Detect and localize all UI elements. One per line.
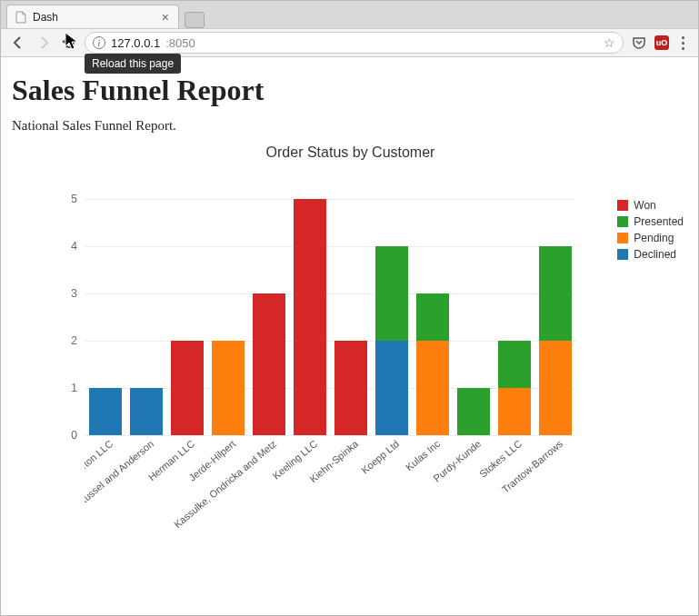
chart-bar-segment[interactable] — [171, 341, 204, 435]
chart-bar[interactable] — [166, 341, 207, 435]
chart-y-tick: 4 — [71, 240, 85, 253]
page-subtext: National Sales Funnel Report. — [12, 118, 687, 134]
chart-bar[interactable] — [289, 199, 330, 435]
tab-strip: Dash × — [1, 1, 698, 28]
chart-bar[interactable] — [494, 341, 534, 435]
reload-tooltip: Reload this page — [85, 54, 181, 74]
legend-swatch-icon — [617, 249, 628, 260]
site-info-icon[interactable]: i — [93, 36, 105, 49]
chart-title: Order Status by Customer — [12, 144, 689, 161]
url-port: :8050 — [165, 36, 195, 50]
legend-item-declined[interactable]: Declined — [617, 248, 684, 261]
new-tab-button[interactable] — [185, 12, 205, 28]
chart-bar[interactable] — [412, 293, 453, 435]
legend-label: Presented — [634, 215, 684, 228]
legend-label: Declined — [634, 248, 676, 261]
chart-bar[interactable] — [453, 388, 494, 435]
url-host: 127.0.0.1 — [111, 36, 160, 50]
back-button[interactable] — [8, 33, 28, 53]
legend-swatch-icon — [617, 233, 628, 243]
chart-x-tick: Koepp Ltd — [359, 438, 401, 475]
chart-bar-segment[interactable] — [89, 388, 122, 435]
legend-item-won[interactable]: Won — [617, 199, 684, 212]
chart-bar-segment[interactable] — [457, 388, 490, 435]
chart-bar[interactable] — [534, 246, 575, 435]
page-heading: Sales Funnel Report — [12, 74, 687, 107]
bookmark-star-icon[interactable]: ☆ — [604, 35, 615, 50]
chart-y-tick: 5 — [71, 193, 85, 205]
chart-plot-area[interactable]: 012345 — [85, 199, 575, 435]
chart-bar-segment[interactable] — [539, 341, 572, 435]
ublock-extension-icon[interactable]: uO — [654, 35, 669, 50]
chart-bar-segment[interactable] — [375, 341, 408, 435]
chart-legend: Won Presented Pending Declined — [617, 199, 684, 264]
chart-bar[interactable] — [207, 341, 248, 435]
chart-bar-segment[interactable] — [416, 341, 449, 435]
tab-title: Dash — [33, 11, 58, 24]
chart-bar-segment[interactable] — [416, 293, 449, 341]
legend-item-presented[interactable]: Presented — [617, 215, 684, 228]
chart-bar-segment[interactable] — [253, 293, 285, 435]
legend-swatch-icon — [617, 216, 628, 227]
chart-y-tick: 2 — [71, 334, 85, 347]
page-favicon-icon — [15, 11, 27, 24]
chart-bars — [85, 199, 575, 435]
chart-bar-segment[interactable] — [539, 246, 572, 341]
chart-bar[interactable] — [85, 388, 125, 435]
chart-x-tick: Kulas Inc — [403, 438, 441, 472]
chart-bar-segment[interactable] — [498, 388, 531, 435]
chart-bar-segment[interactable] — [375, 246, 408, 341]
pocket-extension-icon[interactable] — [629, 33, 649, 53]
browser-window: Dash × i 127.0.0.1:8050 ☆ uO Reload this… — [0, 0, 699, 616]
chart-bar-segment[interactable] — [130, 388, 163, 435]
chart-container: Order Status by Customer 012345 Barton L… — [12, 144, 689, 581]
legend-item-pending[interactable]: Pending — [617, 232, 684, 244]
browser-tab[interactable]: Dash × — [6, 5, 179, 28]
tab-close-button[interactable]: × — [160, 10, 171, 25]
page-content: Sales Funnel Report National Sales Funne… — [1, 57, 698, 581]
reload-button[interactable] — [59, 33, 79, 53]
forward-button[interactable] — [34, 33, 54, 53]
chart-bar-segment[interactable] — [212, 341, 245, 435]
chart-bar[interactable] — [125, 388, 166, 435]
chart-x-labels: Barton LLCFritsch, Russel and AndersonHe… — [85, 435, 594, 533]
chart-y-tick: 1 — [71, 382, 85, 394]
chart-bar[interactable] — [330, 341, 371, 435]
chart-y-tick: 0 — [71, 429, 85, 442]
chart-bar[interactable] — [248, 293, 289, 435]
chart-bar-segment[interactable] — [335, 341, 367, 435]
chart-bar-segment[interactable] — [294, 199, 326, 435]
browser-menu-button[interactable] — [674, 36, 691, 50]
legend-swatch-icon — [617, 200, 628, 211]
legend-label: Pending — [634, 232, 674, 244]
chart-bar-segment[interactable] — [498, 341, 531, 388]
chart-y-tick: 3 — [71, 287, 85, 300]
address-bar[interactable]: i 127.0.0.1:8050 ☆ — [85, 32, 624, 54]
legend-label: Won — [634, 199, 655, 212]
chart-bar[interactable] — [371, 246, 412, 435]
